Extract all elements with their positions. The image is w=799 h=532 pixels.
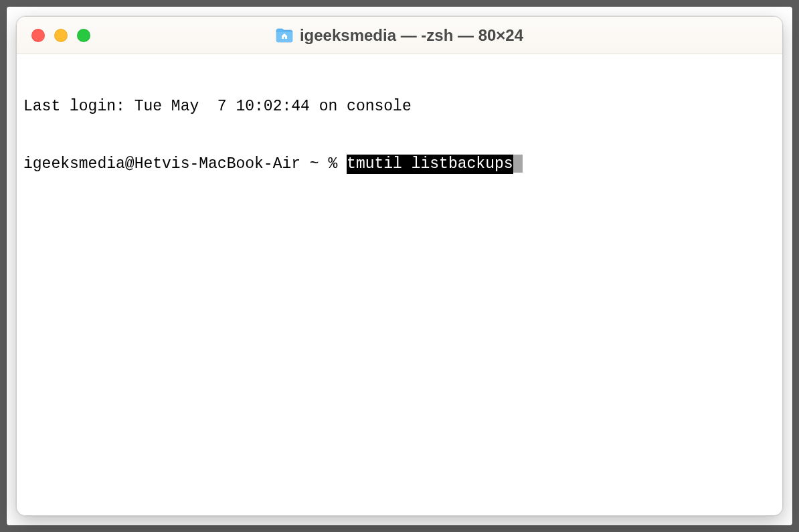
minimize-button[interactable] [54, 29, 68, 42]
maximize-button[interactable] [77, 29, 90, 42]
last-login-line: Last login: Tue May 7 10:02:44 on consol… [23, 97, 776, 116]
window-title-wrap: igeeksmedia — -zsh — 80×24 [276, 26, 523, 45]
traffic-lights [17, 29, 90, 42]
window-titlebar[interactable]: igeeksmedia — -zsh — 80×24 [17, 17, 782, 54]
window-title: igeeksmedia — -zsh — 80×24 [300, 26, 523, 45]
terminal-content[interactable]: Last login: Tue May 7 10:02:44 on consol… [17, 54, 782, 515]
shell-prompt: igeeksmedia@Hetvis-MacBook-Air ~ % [23, 155, 347, 174]
cursor [513, 155, 523, 173]
close-button[interactable] [31, 29, 45, 42]
terminal-window: igeeksmedia — -zsh — 80×24 Last login: T… [16, 16, 783, 516]
prompt-line: igeeksmedia@Hetvis-MacBook-Air ~ % tmuti… [23, 155, 776, 174]
command-text: tmutil listbackups [347, 155, 513, 174]
home-folder-icon [276, 28, 293, 43]
window-outer-frame: igeeksmedia — -zsh — 80×24 Last login: T… [7, 7, 792, 525]
